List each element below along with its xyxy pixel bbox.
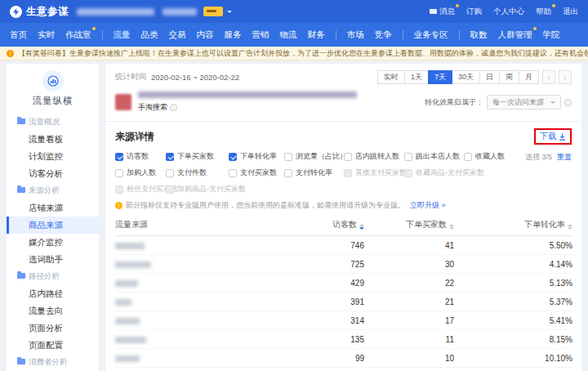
- nav-tab[interactable]: 人群管理: [498, 29, 532, 41]
- visitors-value: 135: [266, 330, 364, 349]
- sidebar-item[interactable]: 路径分析: [7, 268, 99, 285]
- upgrade-link[interactable]: 立即升级 »: [410, 200, 446, 211]
- metric-checkbox[interactable]: 加购商品-支付买家数: [166, 184, 229, 194]
- metric-checkbox[interactable]: 店内跳转人数: [344, 151, 404, 162]
- notice-text: 【有奖答问卷】生意参谋快速推广上线啦！在生意参谋上也可以设置广告计划并投放，为了…: [18, 48, 588, 59]
- folder-icon: [17, 187, 25, 193]
- metric-checkbox[interactable]: 粉丝支付买家数: [115, 184, 166, 194]
- sidebar-title: 流量纵横: [7, 95, 99, 107]
- nav-tab[interactable]: 学院: [543, 29, 560, 41]
- metric-checkbox[interactable]: 跳出本店人数: [404, 151, 464, 162]
- period-button[interactable]: 实时: [377, 70, 405, 84]
- nav-tab[interactable]: 物流: [280, 29, 297, 41]
- sidebar-item[interactable]: 商品来源: [7, 217, 99, 234]
- attribution-label: 转化效果归属于：: [425, 97, 483, 108]
- sort-desc-icon[interactable]: [359, 224, 364, 230]
- sort-icon[interactable]: [449, 224, 454, 230]
- nav-tab[interactable]: [459, 30, 460, 39]
- period-button[interactable]: 周: [499, 70, 519, 84]
- chevron-left-icon[interactable]: [542, 70, 555, 84]
- buyers-value: 21: [364, 293, 454, 311]
- sidebar-item[interactable]: 流量概况: [7, 114, 99, 131]
- topbar-link[interactable]: 个人中心: [493, 7, 524, 17]
- column-header-buyers[interactable]: 下单买家数: [364, 214, 454, 236]
- metric-checkbox[interactable]: 访客数: [115, 151, 166, 162]
- period-button[interactable]: 30天: [452, 70, 480, 84]
- metric-checkbox[interactable]: 下单转化率: [229, 151, 284, 162]
- reset-link[interactable]: 重置: [557, 152, 572, 163]
- nav-tab[interactable]: [336, 30, 336, 39]
- nav-tab[interactable]: 竞争: [375, 29, 392, 41]
- period-button[interactable]: 日: [479, 70, 500, 84]
- sidebar-item[interactable]: 流量去向: [7, 302, 99, 320]
- visitors-value: 75: [266, 368, 364, 371]
- column-header-source[interactable]: 流量来源: [115, 214, 266, 236]
- period-button[interactable]: 1天: [404, 70, 429, 84]
- nav-tab[interactable]: 取数: [470, 29, 488, 41]
- table-row: 135 11 8.15%: [115, 330, 572, 349]
- product-info: 手淘搜索: [138, 92, 357, 113]
- column-header-rate[interactable]: 下单转化率: [454, 214, 572, 236]
- topbar-link[interactable]: 退出: [563, 7, 578, 17]
- product-title-redacted: [138, 92, 357, 98]
- stats-time-range: 2020-02-16 ~ 2020-02-22: [151, 73, 239, 82]
- download-button[interactable]: 下载: [540, 131, 566, 142]
- topbar-link[interactable]: 订购: [466, 7, 482, 17]
- download-area: 下载: [534, 128, 572, 145]
- sidebar-item[interactable]: 流量看板: [7, 131, 99, 148]
- visitors-value: 391: [266, 293, 364, 311]
- nav-tab[interactable]: 营销: [252, 29, 270, 41]
- nav-tab[interactable]: 交易: [169, 29, 186, 41]
- sidebar-item[interactable]: 店铺来源: [7, 199, 99, 217]
- chevron-right-icon[interactable]: [559, 70, 572, 84]
- sidebar-item[interactable]: 消费者分析: [7, 354, 99, 371]
- nav-tab[interactable]: 品类: [141, 29, 158, 41]
- sidebar-item[interactable]: 页面分析: [7, 320, 99, 337]
- metric-checkbox[interactable]: 下单买家数: [166, 151, 229, 162]
- sidebar-item[interactable]: 选词助手: [7, 251, 99, 268]
- nav-tab[interactable]: 实时: [38, 29, 55, 41]
- metric-checkbox[interactable]: 支付件数: [166, 168, 229, 178]
- nav-tab[interactable]: [102, 30, 103, 39]
- nav-tab[interactable]: [403, 30, 403, 39]
- visitors-value: 746: [266, 236, 364, 255]
- topbar: 生意参谋 消息 订购 个人中心 帮助 退出: [0, 0, 588, 23]
- rate-value: 5.50%: [454, 236, 572, 255]
- sort-icon[interactable]: [568, 224, 572, 230]
- metric-checkbox[interactable]: 直接支付买家数: [344, 168, 404, 178]
- buyers-value: 30: [364, 255, 454, 274]
- checkbox-icon: [284, 169, 292, 177]
- topbar-link[interactable]: 消息: [430, 7, 455, 17]
- nav-tab[interactable]: 业务专区: [414, 29, 448, 41]
- column-header-visitors[interactable]: 访客数: [266, 214, 364, 236]
- sidebar-item[interactable]: 媒介监控: [7, 234, 99, 251]
- attribution-select[interactable]: 每一次访问来源: [487, 95, 561, 110]
- nav-tab[interactable]: 作战室: [65, 29, 91, 41]
- sidebar-item[interactable]: 计划监控: [7, 148, 99, 165]
- sidebar-item[interactable]: 访客分析: [7, 165, 99, 182]
- chevron-down-icon[interactable]: [227, 11, 232, 16]
- period-button[interactable]: 月: [519, 70, 539, 84]
- topbar-link[interactable]: 帮助: [536, 7, 551, 17]
- notice-bar: 【有奖答问卷】生意参谋快速推广上线啦！在生意参谋上也可以设置广告计划并投放，为了…: [0, 47, 588, 60]
- nav-tab[interactable]: 流量: [114, 29, 131, 41]
- metric-checkbox[interactable]: 加购人数: [115, 168, 166, 178]
- period-button[interactable]: 7天: [428, 70, 452, 84]
- metric-checkbox[interactable]: 支付转化率: [284, 168, 344, 178]
- nav-tab[interactable]: 财务: [308, 29, 325, 41]
- nav-tab[interactable]: 服务: [225, 29, 242, 41]
- metric-checkbox[interactable]: 浏览量（占比）: [284, 151, 344, 162]
- table-row: 391 21 5.37%: [115, 293, 572, 311]
- sidebar-item[interactable]: 来源分析: [7, 182, 99, 199]
- traffic-chart-icon: [42, 70, 64, 92]
- nav-tab[interactable]: 首页: [10, 29, 27, 41]
- nav-tab[interactable]: 市场: [347, 29, 364, 41]
- nav-tab[interactable]: 内容: [197, 29, 214, 41]
- rate-value: 5.37%: [454, 293, 572, 311]
- table-row: 75 4 5.33%: [115, 368, 572, 371]
- sidebar-item[interactable]: 页面配置: [7, 337, 99, 354]
- metric-checkbox[interactable]: 支付买家数: [229, 168, 284, 178]
- metric-checkbox[interactable]: 收藏商品-支付买家数: [404, 168, 464, 178]
- page-body: 流量纵横 流量概况 流量看板 计划监控: [0, 60, 588, 371]
- sidebar-item[interactable]: 店内路径: [7, 285, 99, 302]
